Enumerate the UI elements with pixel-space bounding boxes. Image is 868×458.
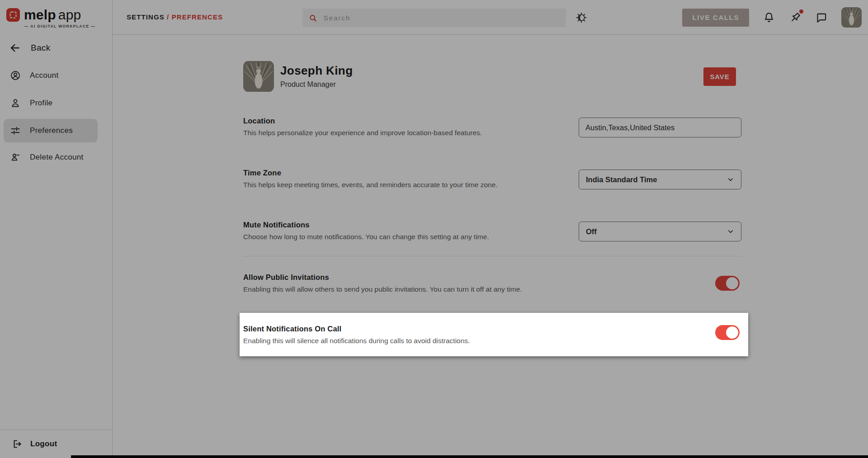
sidebar: melpapp — AI DIGITAL WORKPLACE — Back Ac… [0,0,113,458]
setting-description: This helps personalize your experience a… [243,129,482,137]
brand-light: app [58,7,81,22]
melp-logo-icon [6,8,20,22]
delete-account-icon [10,152,21,163]
setting-title: Mute Notifications [243,221,310,229]
pinned-items-button[interactable] [789,11,802,24]
setting-row-silent-notifications-on-call: Silent Notifications On Call Enabling th… [240,313,748,356]
preferences-icon [10,125,21,136]
breadcrumb-current: PREFRENCES [172,13,223,21]
search-icon [309,14,317,23]
timezone-select-value: India Standard Time [586,175,657,184]
notification-dot [799,9,803,14]
profile-role: Product Manager [280,80,336,89]
profile-name: Joseph King [280,64,353,78]
toggle-knob [726,326,738,339]
brand-bold: melp [24,7,56,22]
peacock-avatar-image [841,7,862,28]
location-input[interactable] [579,118,741,137]
live-calls-button[interactable]: LIVE CALLS [682,9,749,27]
mute-notifications-select[interactable]: Off [579,222,741,241]
timezone-select[interactable]: India Standard Time [579,170,741,189]
back-label: Back [31,43,50,53]
app-logo: melpapp — AI DIGITAL WORKPLACE — [6,7,92,28]
chevron-down-icon [727,176,734,183]
app-window: melpapp — AI DIGITAL WORKPLACE — Back Ac… [0,0,868,458]
brand-tagline: — AI DIGITAL WORKPLACE — [24,24,92,28]
logout-label: Logout [30,439,57,449]
mute-notifications-select-value: Off [586,227,597,236]
toggle-knob [726,277,738,289]
sidebar-item-account[interactable]: Account [0,64,104,87]
setting-title: Time Zone [243,169,281,177]
setting-description: Enabling this will silence all notificat… [243,337,470,345]
search-bar [302,9,566,27]
brand-name: melpapp [24,7,81,23]
setting-title: Silent Notifications On Call [243,325,341,333]
sidebar-item-preferences[interactable]: Preferences [4,119,98,142]
logout-icon [12,439,23,449]
sidebar-item-label: Preferences [30,126,73,135]
breadcrumb-separator: / [167,13,169,21]
breadcrumb-section: SETTINGS [127,13,165,21]
sidebar-item-profile[interactable]: Profile [0,91,104,115]
profile-avatar[interactable] [243,61,274,92]
breadcrumb: SETTINGS / PREFRENCES [127,13,223,21]
setting-row-mute-notifications: Mute Notifications Choose how long to mu… [240,221,748,248]
sidebar-item-label: Profile [30,99,52,108]
user-avatar[interactable] [841,7,862,28]
setting-row-timezone: Time Zone This helps keep meeting times,… [240,169,748,196]
profile-icon [10,98,21,109]
profile-header: Joseph King Product Manager SAVE [240,61,748,93]
setting-description: This helps keep meeting times, events, a… [243,181,498,189]
topbar-actions: LIVE CALLS [682,0,862,35]
chevron-down-icon [727,228,734,235]
setting-description: Enabling this will allow others to send … [243,285,522,293]
bottom-edge-bar [71,455,868,458]
save-button[interactable]: SAVE [703,67,736,86]
dark-mode-icon [576,12,587,24]
logout-button[interactable]: Logout [0,430,112,458]
sidebar-item-delete-account[interactable]: Delete Account [0,146,104,169]
bell-icon [763,11,775,24]
sidebar-item-label: Account [30,71,59,80]
topbar: SETTINGS / PREFRENCES LIVE CALLS [113,0,868,35]
setting-description: Choose how long to mute notifications. Y… [243,233,489,241]
theme-toggle-button[interactable] [576,12,587,24]
allow-public-invitations-toggle[interactable] [715,276,740,291]
account-icon [10,70,21,81]
back-button[interactable]: Back [0,38,100,58]
silent-notifications-on-call-toggle[interactable] [715,325,740,340]
messages-button[interactable] [815,11,828,24]
back-arrow-icon [9,42,21,54]
sidebar-item-label: Delete Account [30,153,84,162]
notifications-button[interactable] [763,11,775,24]
chat-icon [815,11,828,24]
section-divider [243,256,741,256]
setting-row-location: Location This helps personalize your exp… [240,117,748,144]
search-input[interactable] [324,14,560,22]
setting-title: Allow Public Invitations [243,273,329,282]
setting-row-allow-public-invitations: Allow Public Invitations Enabling this w… [240,273,748,300]
setting-title: Location [243,117,275,125]
peacock-avatar-image [243,61,274,92]
